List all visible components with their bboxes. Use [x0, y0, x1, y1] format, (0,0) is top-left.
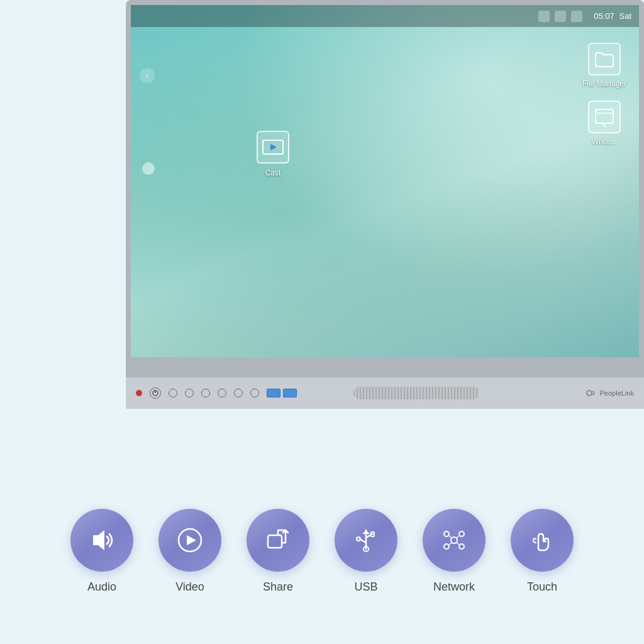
touch-label: Touch [527, 580, 557, 594]
sidebar-toggle[interactable]: › [140, 68, 155, 83]
bezel-btn-2[interactable] [185, 389, 194, 397]
touch-icon [527, 525, 557, 555]
svg-point-21 [459, 531, 464, 536]
svg-rect-12 [268, 535, 282, 548]
svg-line-25 [456, 536, 459, 538]
cast-icon-box [257, 131, 289, 164]
folder-svg [593, 48, 616, 70]
share-icon [263, 525, 293, 555]
speaker-grille [353, 387, 479, 399]
features-section: Audio Video Share [0, 509, 644, 594]
svg-line-24 [449, 536, 452, 538]
screen-topbar: 05:07 Sat [131, 5, 639, 27]
screen-display: 05:07 Sat › Cast [131, 5, 639, 357]
feature-touch[interactable]: Touch [511, 509, 574, 594]
touch-circle [511, 509, 574, 572]
feature-network[interactable]: Network [423, 509, 486, 594]
svg-marker-9 [93, 530, 104, 550]
whiteboard-label: White... [592, 137, 618, 146]
svg-marker-11 [187, 535, 196, 545]
battery-icon [555, 11, 566, 22]
feature-share[interactable]: Share [247, 509, 309, 594]
video-circle [158, 509, 221, 572]
clock: 05:07 Sat [594, 11, 631, 21]
svg-line-4 [602, 124, 606, 127]
share-label: Share [263, 580, 293, 594]
bezel-btn-5[interactable] [234, 389, 243, 397]
network-icon [439, 525, 469, 555]
usb-port-2 [283, 389, 297, 397]
bezel-btn-3[interactable] [201, 389, 210, 397]
network-label: Network [433, 580, 475, 594]
video-label: Video [175, 580, 204, 594]
share-circle [247, 509, 309, 572]
whiteboard-icon[interactable]: White... [582, 101, 626, 146]
cast-label: Cast [265, 169, 281, 177]
svg-point-8 [587, 391, 591, 395]
svg-rect-2 [596, 109, 613, 123]
audio-icon [87, 525, 117, 555]
power-button[interactable] [150, 387, 161, 399]
monitor: 05:07 Sat › Cast [126, 0, 644, 409]
usb-circle [335, 509, 397, 572]
desktop-icons: File Manager White... [582, 43, 626, 146]
brand-icon [585, 389, 597, 397]
bezel-btn-1[interactable] [169, 389, 177, 397]
bezel-led [136, 390, 142, 396]
file-manager-box [588, 43, 621, 75]
bezel-btn-6[interactable] [250, 389, 259, 397]
svg-point-20 [444, 531, 449, 536]
file-manager-label: File Manager [582, 79, 626, 88]
file-manager-icon[interactable]: File Manager [582, 43, 626, 88]
feature-video[interactable]: Video [158, 509, 221, 594]
svg-line-27 [456, 542, 459, 545]
svg-marker-1 [270, 144, 277, 150]
svg-point-17 [357, 537, 360, 541]
svg-point-23 [459, 544, 464, 549]
power-svg [152, 390, 158, 396]
svg-line-26 [449, 542, 452, 545]
cast-icon-area[interactable]: Cast [257, 131, 289, 177]
usb-label: USB [354, 580, 377, 594]
usb-ports [267, 389, 297, 397]
whiteboard-box [588, 101, 621, 133]
wifi-icon [538, 11, 550, 22]
sidebar-dot [142, 162, 155, 175]
whiteboard-svg [593, 106, 616, 128]
audio-circle [70, 509, 133, 572]
audio-label: Audio [87, 580, 116, 594]
menu-icon [571, 11, 582, 22]
usb-icon [351, 525, 381, 555]
monitor-frame: 05:07 Sat › Cast [126, 0, 644, 409]
usb-port-1 [267, 389, 280, 397]
video-icon [175, 525, 205, 555]
svg-point-22 [444, 544, 449, 549]
bezel-btn-4[interactable] [218, 389, 226, 397]
feature-usb[interactable]: USB [335, 509, 397, 594]
bottom-bezel: PeopleLink [126, 377, 644, 409]
cast-svg [262, 138, 284, 157]
network-circle [423, 509, 486, 572]
brand-logo: PeopleLink [585, 389, 634, 397]
feature-audio[interactable]: Audio [70, 509, 133, 594]
